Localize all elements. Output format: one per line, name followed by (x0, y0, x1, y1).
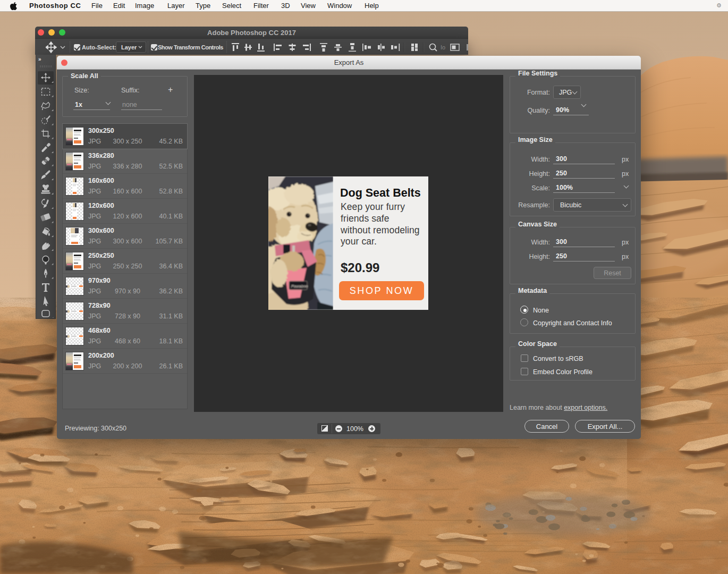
svg-text:Ιο: Ιο (441, 44, 445, 50)
svg-text:Pawaboo: Pawaboo (291, 284, 308, 289)
svg-text:»: » (38, 56, 41, 62)
